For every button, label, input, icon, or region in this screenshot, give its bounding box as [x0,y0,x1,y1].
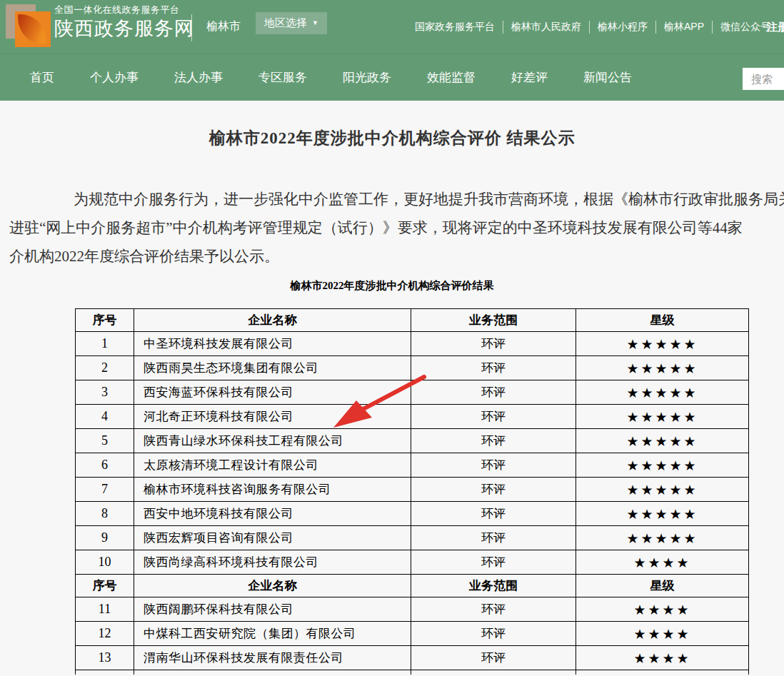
announcement-paragraph: 为规范中介服务行为，进一步强化中介监管工作，更好地提升我市营商环境，根据《榆林市… [9,185,784,271]
link-national-platform[interactable]: 国家政务服务平台 [407,21,503,34]
table-header-row: 序号 企业名称 业务范围 星级 [76,575,749,597]
link-yulin-app[interactable]: 榆林APP [656,21,712,34]
nav-item-efficiency-supervision[interactable]: 效能监督 [427,69,476,86]
cell-star-rating: ★★★★★ [576,405,749,429]
cell-no: 1 [76,332,134,356]
partial-clipped-row [76,670,749,675]
cell-company-name: 陕西宏辉项目咨询有限公司 [134,526,411,550]
header-cell-stars: 星级 [576,309,749,332]
cell-business-scope: 环评 [411,526,576,550]
cell-no: 7 [76,478,134,502]
current-city-label: 榆林市 [206,19,241,34]
table-row: 9 陕西宏辉项目咨询有限公司 环评 ★★★★★ [76,526,749,550]
chevron-down-icon: ▼ [312,20,318,26]
paragraph-line: 进驻“网上中介服务超市”中介机构考评管理规定（试行）》要求，现将评定的中圣环境科… [9,213,784,242]
results-table-body: 序号 企业名称 业务范围 星级 1 中圣环境科技发展有限公司 环评 ★★★★★ … [76,309,749,670]
cell-company-name: 中煤科工西安研究院（集团）有限公司 [134,622,411,646]
cell-company-name: 渭南华山环保科技发展有限责任公司 [134,646,411,670]
announcement-article: 榆林市2022年度涉批中介机构综合评价 结果公示 为规范中介服务行为，进一步强化… [0,101,784,149]
table-caption: 榆林市2022年度涉批中介机构综合评价结果 [0,279,784,293]
nav-item-home[interactable]: 首页 [30,69,54,86]
brand-text: 全国一体化在线政务服务平台 陕西政务服务网 [54,5,194,39]
nav-item-rating[interactable]: 好差评 [511,69,548,86]
main-nav: 首页 个人办事 法人办事 专区服务 阳光政务 效能监督 好差评 新闻公告 [0,54,784,101]
table-row: 8 西安中地环境科技有限公司 环评 ★★★★★ [76,502,749,526]
cell-star-rating: ★★★★ [576,646,749,670]
paragraph-line: 介机构2022年度综合评价结果予以公示。 [9,242,784,271]
cell-no: 2 [76,356,134,380]
evaluation-results-table: 序号 企业名称 业务范围 星级 1 中圣环境科技发展有限公司 环评 ★★★★★ … [75,308,749,675]
table-row: 11 陕西阔鹏环保科技有限公司 环评 ★★★★ [76,597,749,622]
cell-company-name: 陕西阔鹏环保科技有限公司 [134,597,411,622]
cell-business-scope: 环评 [411,453,576,478]
header-cell-company: 企业名称 [134,309,411,332]
cell-star-rating: ★★★★ [576,597,749,622]
cell-company-name: 陕西雨昊生态环境集团有限公司 [134,356,411,380]
cell-company-name: 太原核清环境工程设计有限公司 [134,453,411,478]
header-cell-scope: 业务范围 [411,309,576,332]
search-input[interactable] [743,68,784,90]
cell-business-scope: 环评 [411,332,576,356]
site-logo[interactable] [6,3,53,50]
header-cell-company: 企业名称 [134,575,411,597]
cell-company-name: 西安中地环境科技有限公司 [134,502,411,526]
platform-tagline: 全国一体化在线政务服务平台 [54,5,194,14]
table-header-row: 序号 企业名称 业务范围 星级 [76,309,749,332]
browser-page: 全国一体化在线政务服务平台 陕西政务服务网 榆林市 地区选择 ▼ 国家政务服务平… [0,0,784,676]
nav-item-sunshine-gov[interactable]: 阳光政务 [343,69,391,86]
cell-no: 9 [76,526,134,550]
cell-business-scope: 环评 [411,550,576,575]
cell-star-rating: ★★★★★ [576,380,749,405]
table-row: 6 太原核清环境工程设计有限公司 环评 ★★★★★ [76,453,749,478]
header-links: 国家政务服务平台 榆林市人民政府 榆林小程序 榆林APP 微信公众号 [407,0,778,54]
site-title: 陕西政务服务网 [54,19,194,39]
cell-business-scope: 环评 [411,380,576,405]
cell-no: 12 [76,622,134,646]
table-row: 7 榆林市环境科技咨询服务有限公司 环评 ★★★★★ [76,478,749,502]
cell-no: 3 [76,380,134,405]
cell-star-rating: ★★★★★ [576,332,749,356]
region-select-label: 地区选择 [264,16,307,30]
header-divider [191,14,192,41]
cell-star-rating: ★★★★★ [576,526,749,550]
cell-business-scope: 环评 [411,478,576,502]
link-yulin-miniapp[interactable]: 榆林小程序 [590,21,655,34]
register-link[interactable]: 注册 [767,21,784,34]
cell-company-name: 中圣环境科技发展有限公司 [134,332,411,356]
table-row: 4 河北奇正环境科技有限公司 环评 ★★★★★ [76,405,749,429]
cell-business-scope: 环评 [411,622,576,646]
paragraph-line: 为规范中介服务行为，进一步强化中介监管工作，更好地提升我市营商环境，根据《榆林市… [9,185,784,213]
cell-business-scope: 环评 [411,405,576,429]
table-row: 12 中煤科工西安研究院（集团）有限公司 环评 ★★★★ [76,622,749,646]
cell-business-scope: 环评 [411,502,576,526]
cell-star-rating: ★★★★★ [576,356,749,380]
table-row: 3 西安海蓝环保科技有限公司 环评 ★★★★★ [76,380,749,405]
cell-no: 8 [76,502,134,526]
cell-business-scope: 环评 [411,646,576,670]
cell-business-scope: 环评 [411,597,576,622]
cell-star-rating: ★★★★ [576,550,749,575]
header-cell-no: 序号 [76,575,134,597]
table-row: 10 陕西尚绿高科环境科技有限公司 环评 ★★★★ [76,550,749,575]
nav-item-personal-services[interactable]: 个人办事 [90,69,139,86]
site-header: 全国一体化在线政务服务平台 陕西政务服务网 榆林市 地区选择 ▼ 国家政务服务平… [0,0,784,54]
cell-company-name: 陕西尚绿高科环境科技有限公司 [134,550,411,575]
cell-business-scope: 环评 [411,356,576,380]
header-cell-scope: 业务范围 [411,575,576,597]
cell-company-name: 陕西青山绿水环保科技工程有限公司 [134,429,411,453]
nav-item-special-zone-services[interactable]: 专区服务 [258,69,307,86]
region-select-button[interactable]: 地区选择 ▼ [256,12,327,34]
nav-item-news[interactable]: 新闻公告 [583,69,632,86]
cell-no: 6 [76,453,134,478]
link-yulin-gov[interactable]: 榆林市人民政府 [503,21,589,34]
cell-star-rating: ★★★★★ [576,478,749,502]
nav-item-legal-entity-services[interactable]: 法人办事 [174,69,223,86]
cell-no: 10 [76,550,134,575]
cell-star-rating: ★★★★ [576,622,749,646]
cell-no: 11 [76,597,134,622]
cell-star-rating: ★★★★★ [576,429,749,453]
cell-business-scope: 环评 [411,429,576,453]
cell-no: 5 [76,429,134,453]
table-row: 1 中圣环境科技发展有限公司 环评 ★★★★★ [76,332,749,356]
cell-company-name: 榆林市环境科技咨询服务有限公司 [134,478,411,502]
